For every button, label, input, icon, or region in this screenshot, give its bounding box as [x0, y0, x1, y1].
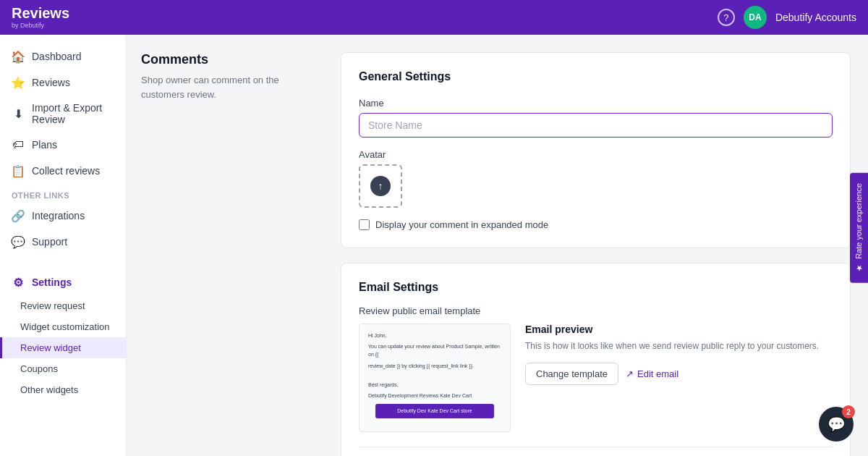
app-logo: Reviews by Debutify — [12, 6, 69, 29]
sidebar-label-reviews: Reviews — [32, 77, 70, 88]
sidebar-sub-review-widget[interactable]: Review widget — [0, 337, 126, 358]
expanded-mode-label[interactable]: Display your comment in expanded mode — [375, 219, 548, 230]
general-settings-title: General Settings — [359, 70, 833, 83]
template1-info: Email preview This is how it looks like … — [525, 324, 833, 385]
name-label: Name — [359, 98, 833, 109]
other-links-label: OTHER LINKS — [0, 184, 126, 203]
edit-email1-button[interactable]: ↗ Edit email — [626, 368, 678, 379]
support-icon: 💬 — [12, 235, 25, 248]
sidebar-label-collect: Collect reviews — [32, 165, 100, 177]
avatar-label: Avatar — [359, 149, 833, 160]
plans-icon: 🏷 — [12, 138, 25, 151]
import-export-icon: ⬇ — [12, 107, 25, 120]
sidebar: 🏠 Dashboard ⭐ Reviews ⬇ Import & Export … — [0, 35, 127, 456]
sidebar-sub-review-request[interactable]: Review request — [0, 295, 126, 316]
sidebar-item-dashboard[interactable]: 🏠 Dashboard — [0, 43, 126, 69]
left-panel-desc: Shop owner can comment on the customers … — [141, 73, 315, 101]
template1-actions: Change template ↗ Edit email — [525, 363, 833, 385]
rate-experience-label: Rate your experience — [855, 183, 864, 259]
sidebar-label-support: Support — [32, 236, 67, 248]
help-button[interactable]: ? — [718, 9, 735, 26]
preview1-title: Email preview — [525, 324, 833, 335]
sidebar-sub-coupons[interactable]: Coupons — [0, 358, 126, 379]
rate-experience-tab[interactable]: ★ Rate your experience — [850, 173, 868, 283]
template1-content: Hi John, You can update your review abou… — [359, 324, 510, 430]
sidebar-label-plans: Plans — [32, 139, 57, 151]
template1-preview: Hi John, You can update your review abou… — [359, 324, 511, 432]
avatar-upload-button[interactable]: ↑ — [359, 164, 402, 208]
avatar-form-group: Avatar ↑ — [359, 149, 833, 208]
main-content: Comments Shop owner can comment on the c… — [127, 35, 868, 456]
sidebar-item-reviews[interactable]: ⭐ Reviews — [0, 69, 126, 96]
app-header: Reviews by Debutify ? DA Debutify Accoun… — [0, 0, 868, 35]
expanded-mode-row: Display your comment in expanded mode — [359, 219, 833, 230]
left-panel-title: Comments — [141, 52, 315, 67]
sidebar-item-integrations[interactable]: 🔗 Integrations — [0, 203, 126, 229]
collect-icon: 📋 — [12, 164, 25, 177]
chat-bubble[interactable]: 💬 2 — [819, 407, 854, 442]
template1-preview-btn: Debutify Dev Kate Dev Cart store — [375, 404, 494, 418]
header-right: ? DA Debutify Accounts — [718, 6, 856, 29]
name-form-group: Name — [359, 98, 833, 138]
sidebar-item-import-export[interactable]: ⬇ Import & Export Review — [0, 96, 126, 132]
expanded-mode-checkbox[interactable] — [359, 219, 370, 230]
settings-icon: ⚙ — [12, 276, 25, 289]
sidebar-label-integrations: Integrations — [32, 210, 85, 221]
change-template1-button[interactable]: Change template — [525, 363, 618, 385]
sidebar-sub-widget-customization[interactable]: Widget customization — [0, 316, 126, 337]
upload-icon: ↑ — [370, 176, 391, 196]
right-panel: General Settings Name Avatar ↑ Display y… — [329, 35, 868, 456]
template1-label: Review public email template — [359, 305, 833, 316]
chat-icon: 💬 — [827, 415, 846, 433]
email-settings-card: Email Settings Review public email templ… — [341, 263, 851, 456]
sidebar-label-dashboard: Dashboard — [32, 51, 82, 62]
template-divider — [359, 447, 833, 447]
account-name[interactable]: Debutify Accounts — [775, 12, 856, 23]
chat-badge: 2 — [842, 405, 855, 418]
rate-experience-icon: ★ — [854, 263, 864, 273]
store-name-input[interactable] — [359, 113, 833, 138]
sidebar-sub-other-widgets[interactable]: Other widgets — [0, 379, 126, 400]
general-settings-card: General Settings Name Avatar ↑ Display y… — [341, 52, 851, 248]
sidebar-label-settings: Settings — [32, 276, 72, 288]
left-panel: Comments Shop owner can comment on the c… — [127, 35, 329, 456]
logo-title: Reviews — [12, 6, 69, 20]
template1-row: Hi John, You can update your review abou… — [359, 324, 833, 432]
integrations-icon: 🔗 — [12, 209, 25, 222]
reviews-icon: ⭐ — [12, 76, 25, 89]
preview1-desc: This is how it looks like when we send r… — [525, 339, 833, 352]
logo-sub: by Debutify — [12, 22, 69, 29]
avatar: DA — [744, 6, 767, 29]
external-link-icon: ↗ — [626, 368, 634, 379]
sidebar-item-plans[interactable]: 🏷 Plans — [0, 132, 126, 158]
sidebar-item-settings[interactable]: ⚙ Settings — [0, 269, 126, 295]
dashboard-icon: 🏠 — [12, 50, 25, 63]
sidebar-item-collect-reviews[interactable]: 📋 Collect reviews — [0, 158, 126, 184]
email-settings-title: Email Settings — [359, 281, 833, 294]
sidebar-item-support[interactable]: 💬 Support — [0, 229, 126, 255]
sidebar-label-import-export: Import & Export Review — [32, 102, 114, 125]
